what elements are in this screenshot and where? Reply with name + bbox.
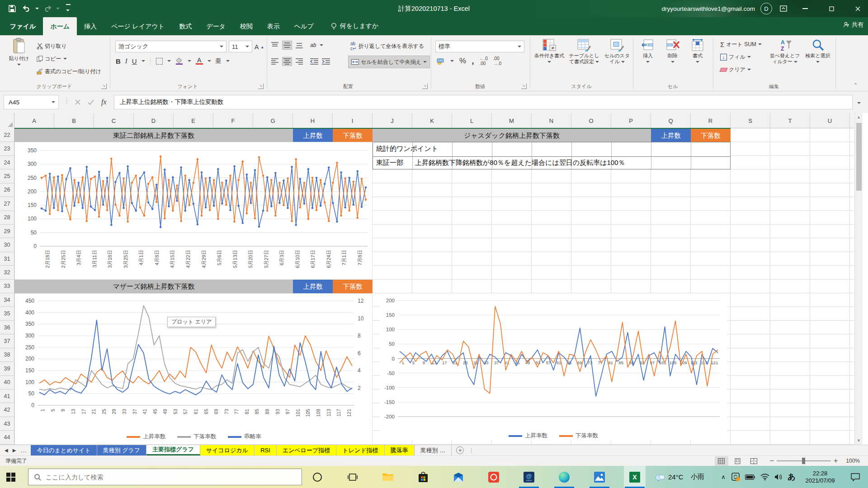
underline-button[interactable]: U: [132, 57, 137, 65]
ribbon-tab[interactable]: ホーム: [43, 17, 77, 35]
row-header[interactable]: 35: [0, 307, 14, 320]
jasdaq-title-cell[interactable]: ジャスダック銘柄上昇数下落数: [373, 129, 651, 142]
zoom-slider[interactable]: [777, 460, 831, 461]
column-header[interactable]: K: [412, 113, 452, 128]
sheet-tab[interactable]: サイコロジカル: [200, 445, 255, 455]
sheet-nav-left-icon[interactable]: ◀: [5, 448, 8, 453]
decrease-decimal-icon[interactable]: .00→.0: [493, 56, 501, 66]
borders-icon[interactable]: [156, 58, 163, 65]
jasdaq-down-button[interactable]: 下落数: [691, 129, 731, 142]
new-sheet-button[interactable]: +: [456, 446, 464, 454]
bold-button[interactable]: B: [116, 57, 121, 65]
row-header[interactable]: 22: [0, 128, 14, 142]
tosho2-up-button[interactable]: 上昇数: [293, 129, 333, 142]
cancel-icon[interactable]: [75, 99, 80, 105]
font-name-combo[interactable]: 游ゴシック: [115, 41, 226, 52]
sheet-tab[interactable]: 主要指標グラフ: [146, 445, 200, 455]
avatar[interactable]: D: [760, 3, 772, 14]
phonetic-dropdown-icon[interactable]: [226, 60, 230, 62]
notification-center-icon[interactable]: [846, 466, 864, 488]
scroll-up-icon[interactable]: ▲: [855, 115, 863, 119]
font-dialog-launcher[interactable]: ↘: [258, 84, 264, 89]
at-menu-app-icon[interactable]: @menu: [518, 466, 540, 488]
vertical-scrollbar[interactable]: ▲ ▼: [854, 113, 863, 445]
wrap-text-button[interactable]: abc↵ 折り返して全体を表示する: [349, 41, 425, 52]
sheet-tab[interactable]: 業種別 グラフ: [97, 445, 147, 455]
font-size-combo[interactable]: 11: [229, 41, 252, 52]
ribbon-tab[interactable]: 数式: [172, 17, 199, 35]
select-all-corner[interactable]: [0, 113, 14, 128]
sort-filter-button[interactable]: AZ 並べ替えとフィルター: [769, 39, 801, 65]
fill-color-dropdown-icon[interactable]: [188, 60, 191, 62]
row-header[interactable]: 34: [0, 293, 14, 307]
page-layout-view-icon[interactable]: [731, 456, 745, 466]
excel-taskbar-icon[interactable]: X: [624, 466, 646, 488]
task-view-icon[interactable]: [342, 466, 363, 488]
row-header[interactable]: 24: [0, 156, 14, 169]
find-select-button[interactable]: 検索と選択: [803, 39, 833, 65]
column-header[interactable]: G: [253, 113, 293, 128]
format-as-table-button[interactable]: テーブルとして書式設定: [567, 39, 601, 65]
legend-item[interactable]: 乖離率: [228, 433, 261, 441]
start-button[interactable]: [0, 466, 22, 488]
align-middle-icon[interactable]: [282, 41, 292, 50]
cell-styles-button[interactable]: セルのスタイル: [603, 39, 631, 65]
column-header[interactable]: O: [571, 113, 611, 128]
maximize-button[interactable]: [821, 0, 842, 17]
row-header[interactable]: 30: [0, 238, 14, 252]
photos-icon[interactable]: [589, 466, 610, 488]
cut-button[interactable]: 切り取り: [35, 41, 68, 52]
clear-button[interactable]: クリア: [719, 64, 752, 75]
zoom-slider-thumb[interactable]: [802, 458, 805, 464]
row-header[interactable]: 32: [0, 266, 14, 279]
underline-dropdown-icon[interactable]: [142, 60, 145, 62]
currency-dropdown-icon[interactable]: [450, 60, 454, 62]
vertical-scroll-thumb[interactable]: [856, 123, 862, 191]
column-header[interactable]: A: [14, 113, 54, 128]
column-header[interactable]: I: [333, 113, 373, 128]
conditional-formatting-button[interactable]: ≠ 条件付き書式: [533, 39, 565, 65]
ribbon-tab[interactable]: ヘルプ: [287, 17, 321, 35]
row-header[interactable]: 28: [0, 211, 14, 225]
column-header[interactable]: B: [54, 113, 94, 128]
orientation-icon[interactable]: ab: [310, 42, 316, 48]
taskbar-search-box[interactable]: [28, 469, 302, 485]
increase-indent-icon[interactable]: [322, 58, 330, 65]
weather-desc[interactable]: 小雨: [691, 466, 704, 488]
sheet-nav-right-icon[interactable]: ▶: [13, 448, 16, 453]
delete-cells-button[interactable]: 削除: [661, 39, 684, 65]
copy-button[interactable]: コピー: [35, 53, 68, 64]
weather-temp[interactable]: 24°C: [668, 466, 684, 488]
share-button[interactable]: 共有: [843, 21, 863, 29]
store-icon[interactable]: [412, 466, 434, 488]
legend-item[interactable]: 上昇率数: [127, 433, 165, 441]
column-header[interactable]: F: [213, 113, 253, 128]
column-header[interactable]: L: [452, 113, 492, 128]
column-header[interactable]: U: [810, 113, 850, 128]
sheet-tab[interactable]: トレンド指標: [336, 445, 384, 455]
currency-format-icon[interactable]: [437, 58, 445, 65]
wifi-icon[interactable]: [759, 466, 771, 488]
ribbon-tab[interactable]: 校閲: [233, 17, 260, 35]
insert-cells-button[interactable]: 挿入: [637, 39, 659, 65]
row-header[interactable]: 39: [0, 362, 14, 375]
align-top-icon[interactable]: [271, 42, 278, 48]
autosum-button[interactable]: Σ オート SUM: [719, 39, 763, 50]
row-header[interactable]: 23: [0, 142, 14, 155]
volume-icon[interactable]: [772, 466, 785, 488]
tosho2-down-button[interactable]: 下落数: [333, 129, 373, 142]
tosho2-chart-area[interactable]: 0501001502002503003502月18日2月25日3月4日3月11日…: [14, 142, 373, 279]
align-center-icon[interactable]: [282, 57, 292, 66]
sheet-tab[interactable]: エンベロープ指標: [277, 445, 337, 455]
grow-font-icon[interactable]: A▲: [253, 42, 265, 52]
column-header[interactable]: S: [731, 113, 770, 128]
paste-button[interactable]: 貼り付け: [6, 38, 32, 67]
row-header[interactable]: 41: [0, 389, 14, 403]
fill-button[interactable]: ↓ フィル: [719, 52, 752, 62]
mothers-up-button[interactable]: 上昇数: [293, 280, 333, 293]
close-button[interactable]: [847, 0, 868, 17]
scroll-down-icon[interactable]: ▼: [855, 438, 863, 443]
column-header[interactable]: D: [134, 113, 174, 128]
formula-input[interactable]: 上昇率上位銘柄数・下降率上位変動数: [114, 95, 853, 109]
format-painter-button[interactable]: 書式のコピー/貼り付け: [35, 66, 103, 77]
